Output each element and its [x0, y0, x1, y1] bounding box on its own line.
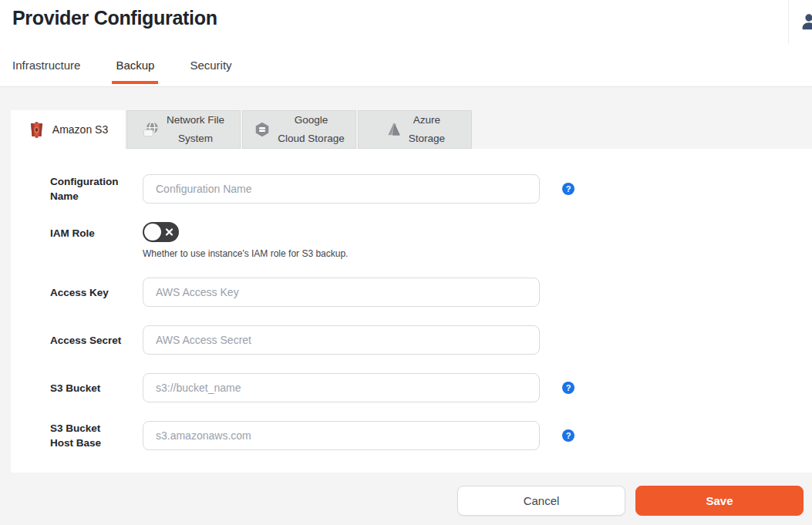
- form-row-access-secret: Access Secret: [50, 325, 812, 355]
- provider-tab-label: Google Cloud Storage: [278, 111, 344, 148]
- access-key-input[interactable]: [143, 278, 540, 307]
- help-icon[interactable]: ?: [562, 183, 574, 195]
- toggle-knob: [144, 224, 161, 241]
- form-row-s3-bucket-host-base: S3 Bucket Host Base ?: [50, 421, 812, 450]
- tab-backup-label: Backup: [116, 59, 154, 72]
- form-row-access-key: Access Key: [50, 278, 812, 307]
- form-row-s3-bucket: S3 Bucket ?: [50, 373, 812, 402]
- azure-storage-icon: [385, 121, 402, 138]
- page-body: Amazon S3 Network File System: [0, 87, 812, 525]
- provider-tab-label: Network File System: [167, 111, 224, 148]
- header: Provider Configuration Infrastructure Ba…: [0, 0, 812, 87]
- main-tabs: Infrastructure Backup Security: [12, 59, 232, 86]
- iam-role-label: IAM Role: [50, 222, 143, 241]
- tab-backup[interactable]: Backup: [116, 59, 154, 86]
- provider-tab-label: Azure Storage: [409, 111, 445, 148]
- tab-security[interactable]: Security: [190, 59, 231, 86]
- provider-tab-azure-storage[interactable]: Azure Storage: [358, 110, 472, 149]
- provider-tab-amazon-s3[interactable]: Amazon S3: [11, 110, 125, 149]
- form-row-configuration-name: Configuration Name ?: [50, 174, 812, 204]
- iam-role-toggle[interactable]: [143, 222, 179, 242]
- tab-infrastructure-label: Infrastructure: [12, 59, 80, 72]
- s3-bucket-host-base-input[interactable]: [143, 421, 540, 450]
- help-icon[interactable]: ?: [562, 382, 574, 394]
- tab-infrastructure[interactable]: Infrastructure: [12, 59, 80, 86]
- s3-bucket-host-base-label: S3 Bucket Host Base: [50, 421, 143, 450]
- configuration-name-input[interactable]: [143, 174, 540, 204]
- provider-tabs: Amazon S3 Network File System: [11, 87, 812, 149]
- s3-bucket-input[interactable]: [143, 373, 540, 402]
- toggle-off-x-icon: [165, 228, 174, 237]
- form-row-iam-role: IAM Role Whether to use instance's IAM r…: [50, 222, 812, 259]
- provider-tab-label: Amazon S3: [52, 120, 108, 139]
- s3-bucket-label: S3 Bucket: [50, 381, 143, 395]
- iam-role-hint: Whether to use instance's IAM role for S…: [143, 248, 540, 259]
- provider-tab-network-file-system[interactable]: Network File System: [126, 110, 241, 149]
- access-secret-input[interactable]: [143, 325, 540, 355]
- network-file-system-icon: [143, 121, 160, 138]
- page-title: Provider Configuration: [12, 7, 217, 29]
- save-button[interactable]: Save: [635, 486, 804, 516]
- amazon-s3-icon: [28, 121, 45, 139]
- access-secret-label: Access Secret: [50, 333, 143, 348]
- user-icon[interactable]: [799, 12, 812, 32]
- form-card: Configuration Name ? IAM Role Whether to…: [11, 149, 812, 473]
- header-divider: [788, 0, 789, 44]
- provider-tab-google-cloud-storage[interactable]: Google Cloud Storage: [242, 110, 356, 149]
- tab-security-label: Security: [190, 59, 231, 72]
- access-key-label: Access Key: [50, 285, 143, 300]
- footer-actions: Cancel Save: [0, 486, 812, 516]
- configuration-name-label: Configuration Name: [50, 174, 143, 204]
- google-cloud-storage-icon: [254, 121, 271, 138]
- cancel-button[interactable]: Cancel: [457, 486, 625, 516]
- help-icon[interactable]: ?: [562, 429, 574, 442]
